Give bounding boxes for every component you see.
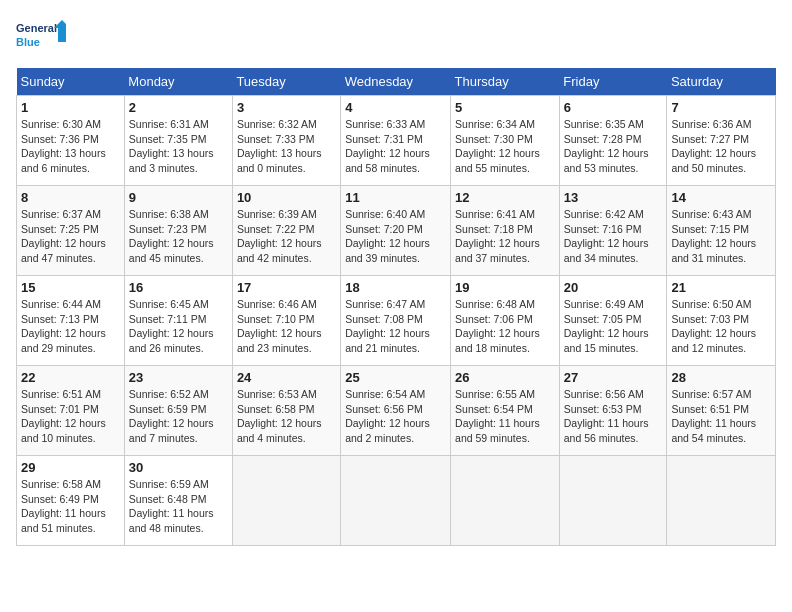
day-cell-27: 27Sunrise: 6:56 AMSunset: 6:53 PMDayligh… <box>559 366 667 456</box>
day-cell-7: 7Sunrise: 6:36 AMSunset: 7:27 PMDaylight… <box>667 96 776 186</box>
day-number: 6 <box>564 100 663 115</box>
day-info: Sunrise: 6:49 AMSunset: 7:05 PMDaylight:… <box>564 297 663 356</box>
calendar-body: 1Sunrise: 6:30 AMSunset: 7:36 PMDaylight… <box>17 96 776 546</box>
day-number: 26 <box>455 370 555 385</box>
day-number: 2 <box>129 100 228 115</box>
day-cell-12: 12Sunrise: 6:41 AMSunset: 7:18 PMDayligh… <box>451 186 560 276</box>
day-number: 29 <box>21 460 120 475</box>
day-info: Sunrise: 6:54 AMSunset: 6:56 PMDaylight:… <box>345 387 446 446</box>
day-info: Sunrise: 6:48 AMSunset: 7:06 PMDaylight:… <box>455 297 555 356</box>
page-header: General Blue <box>16 16 776 58</box>
col-header-monday: Monday <box>124 68 232 96</box>
day-number: 1 <box>21 100 120 115</box>
day-cell-2: 2Sunrise: 6:31 AMSunset: 7:35 PMDaylight… <box>124 96 232 186</box>
day-cell-14: 14Sunrise: 6:43 AMSunset: 7:15 PMDayligh… <box>667 186 776 276</box>
day-info: Sunrise: 6:30 AMSunset: 7:36 PMDaylight:… <box>21 117 120 176</box>
day-info: Sunrise: 6:47 AMSunset: 7:08 PMDaylight:… <box>345 297 446 356</box>
day-number: 21 <box>671 280 771 295</box>
day-number: 15 <box>21 280 120 295</box>
empty-cell <box>559 456 667 546</box>
week-row-3: 15Sunrise: 6:44 AMSunset: 7:13 PMDayligh… <box>17 276 776 366</box>
day-cell-3: 3Sunrise: 6:32 AMSunset: 7:33 PMDaylight… <box>232 96 340 186</box>
day-info: Sunrise: 6:35 AMSunset: 7:28 PMDaylight:… <box>564 117 663 176</box>
day-number: 7 <box>671 100 771 115</box>
day-cell-22: 22Sunrise: 6:51 AMSunset: 7:01 PMDayligh… <box>17 366 125 456</box>
day-cell-25: 25Sunrise: 6:54 AMSunset: 6:56 PMDayligh… <box>341 366 451 456</box>
day-number: 19 <box>455 280 555 295</box>
day-info: Sunrise: 6:37 AMSunset: 7:25 PMDaylight:… <box>21 207 120 266</box>
day-cell-4: 4Sunrise: 6:33 AMSunset: 7:31 PMDaylight… <box>341 96 451 186</box>
day-info: Sunrise: 6:39 AMSunset: 7:22 PMDaylight:… <box>237 207 336 266</box>
day-number: 14 <box>671 190 771 205</box>
day-info: Sunrise: 6:58 AMSunset: 6:49 PMDaylight:… <box>21 477 120 536</box>
day-cell-19: 19Sunrise: 6:48 AMSunset: 7:06 PMDayligh… <box>451 276 560 366</box>
day-number: 25 <box>345 370 446 385</box>
day-number: 17 <box>237 280 336 295</box>
day-number: 20 <box>564 280 663 295</box>
day-info: Sunrise: 6:44 AMSunset: 7:13 PMDaylight:… <box>21 297 120 356</box>
day-info: Sunrise: 6:45 AMSunset: 7:11 PMDaylight:… <box>129 297 228 356</box>
day-cell-5: 5Sunrise: 6:34 AMSunset: 7:30 PMDaylight… <box>451 96 560 186</box>
logo-svg: General Blue <box>16 16 66 58</box>
day-info: Sunrise: 6:57 AMSunset: 6:51 PMDaylight:… <box>671 387 771 446</box>
day-number: 5 <box>455 100 555 115</box>
day-number: 27 <box>564 370 663 385</box>
day-cell-21: 21Sunrise: 6:50 AMSunset: 7:03 PMDayligh… <box>667 276 776 366</box>
day-number: 3 <box>237 100 336 115</box>
calendar-table: SundayMondayTuesdayWednesdayThursdayFrid… <box>16 68 776 546</box>
day-cell-18: 18Sunrise: 6:47 AMSunset: 7:08 PMDayligh… <box>341 276 451 366</box>
day-cell-8: 8Sunrise: 6:37 AMSunset: 7:25 PMDaylight… <box>17 186 125 276</box>
day-number: 30 <box>129 460 228 475</box>
day-cell-29: 29Sunrise: 6:58 AMSunset: 6:49 PMDayligh… <box>17 456 125 546</box>
day-info: Sunrise: 6:40 AMSunset: 7:20 PMDaylight:… <box>345 207 446 266</box>
svg-text:General: General <box>16 22 57 34</box>
day-number: 23 <box>129 370 228 385</box>
day-number: 11 <box>345 190 446 205</box>
day-cell-30: 30Sunrise: 6:59 AMSunset: 6:48 PMDayligh… <box>124 456 232 546</box>
col-header-thursday: Thursday <box>451 68 560 96</box>
day-info: Sunrise: 6:41 AMSunset: 7:18 PMDaylight:… <box>455 207 555 266</box>
day-info: Sunrise: 6:46 AMSunset: 7:10 PMDaylight:… <box>237 297 336 356</box>
column-headers: SundayMondayTuesdayWednesdayThursdayFrid… <box>17 68 776 96</box>
day-info: Sunrise: 6:31 AMSunset: 7:35 PMDaylight:… <box>129 117 228 176</box>
day-cell-9: 9Sunrise: 6:38 AMSunset: 7:23 PMDaylight… <box>124 186 232 276</box>
day-cell-1: 1Sunrise: 6:30 AMSunset: 7:36 PMDaylight… <box>17 96 125 186</box>
day-info: Sunrise: 6:42 AMSunset: 7:16 PMDaylight:… <box>564 207 663 266</box>
day-info: Sunrise: 6:34 AMSunset: 7:30 PMDaylight:… <box>455 117 555 176</box>
day-number: 12 <box>455 190 555 205</box>
day-cell-16: 16Sunrise: 6:45 AMSunset: 7:11 PMDayligh… <box>124 276 232 366</box>
day-cell-23: 23Sunrise: 6:52 AMSunset: 6:59 PMDayligh… <box>124 366 232 456</box>
week-row-2: 8Sunrise: 6:37 AMSunset: 7:25 PMDaylight… <box>17 186 776 276</box>
day-info: Sunrise: 6:56 AMSunset: 6:53 PMDaylight:… <box>564 387 663 446</box>
day-number: 9 <box>129 190 228 205</box>
col-header-tuesday: Tuesday <box>232 68 340 96</box>
day-info: Sunrise: 6:38 AMSunset: 7:23 PMDaylight:… <box>129 207 228 266</box>
day-cell-20: 20Sunrise: 6:49 AMSunset: 7:05 PMDayligh… <box>559 276 667 366</box>
empty-cell <box>341 456 451 546</box>
day-cell-24: 24Sunrise: 6:53 AMSunset: 6:58 PMDayligh… <box>232 366 340 456</box>
day-info: Sunrise: 6:55 AMSunset: 6:54 PMDaylight:… <box>455 387 555 446</box>
empty-cell <box>451 456 560 546</box>
week-row-1: 1Sunrise: 6:30 AMSunset: 7:36 PMDaylight… <box>17 96 776 186</box>
day-number: 24 <box>237 370 336 385</box>
empty-cell <box>232 456 340 546</box>
day-cell-6: 6Sunrise: 6:35 AMSunset: 7:28 PMDaylight… <box>559 96 667 186</box>
col-header-saturday: Saturday <box>667 68 776 96</box>
day-info: Sunrise: 6:52 AMSunset: 6:59 PMDaylight:… <box>129 387 228 446</box>
day-number: 22 <box>21 370 120 385</box>
day-cell-17: 17Sunrise: 6:46 AMSunset: 7:10 PMDayligh… <box>232 276 340 366</box>
day-number: 4 <box>345 100 446 115</box>
day-info: Sunrise: 6:51 AMSunset: 7:01 PMDaylight:… <box>21 387 120 446</box>
day-number: 8 <box>21 190 120 205</box>
day-info: Sunrise: 6:32 AMSunset: 7:33 PMDaylight:… <box>237 117 336 176</box>
svg-text:Blue: Blue <box>16 36 40 48</box>
week-row-5: 29Sunrise: 6:58 AMSunset: 6:49 PMDayligh… <box>17 456 776 546</box>
day-number: 10 <box>237 190 336 205</box>
day-info: Sunrise: 6:33 AMSunset: 7:31 PMDaylight:… <box>345 117 446 176</box>
day-number: 28 <box>671 370 771 385</box>
day-cell-15: 15Sunrise: 6:44 AMSunset: 7:13 PMDayligh… <box>17 276 125 366</box>
col-header-friday: Friday <box>559 68 667 96</box>
week-row-4: 22Sunrise: 6:51 AMSunset: 7:01 PMDayligh… <box>17 366 776 456</box>
day-info: Sunrise: 6:43 AMSunset: 7:15 PMDaylight:… <box>671 207 771 266</box>
day-number: 18 <box>345 280 446 295</box>
